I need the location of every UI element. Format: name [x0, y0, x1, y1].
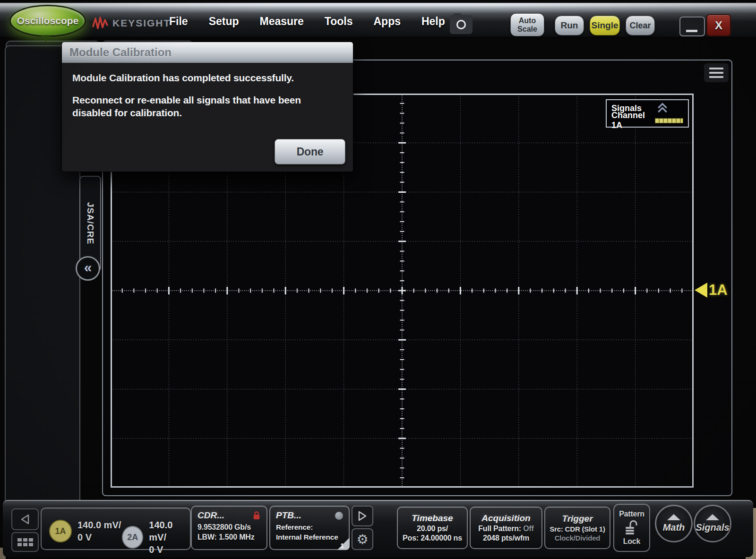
brand-name: KEYSIGHT	[112, 17, 171, 29]
oscilloscope-app-button[interactable]: Oscilloscope	[9, 5, 86, 37]
sidebar-collapse-button[interactable]: «	[76, 256, 100, 281]
single-button[interactable]: Single	[590, 16, 620, 35]
screenshot-camera-button[interactable]	[450, 15, 472, 34]
menu-file[interactable]: File	[169, 15, 188, 28]
signals-label: Signals	[696, 522, 729, 533]
status-bar: 1A 140.0 mV/ 0 V 2A 140.0 mV/ 0 V CDR...	[3, 500, 753, 557]
done-button[interactable]: Done	[275, 139, 345, 164]
grid-squares-icon	[17, 538, 33, 546]
channel-2a-scale: 140.0 mV/	[149, 519, 190, 543]
keysight-wave-icon	[92, 16, 109, 30]
menu-measure[interactable]: Measure	[260, 15, 304, 28]
settings-gear-button[interactable]: ⚙	[352, 528, 373, 550]
pattern-lock-top-label: Pattern	[619, 510, 644, 518]
auto-scale-button[interactable]: Auto Scale	[510, 13, 544, 36]
ptb-page-badge: 1	[337, 538, 350, 550]
menu-setup[interactable]: Setup	[209, 15, 239, 28]
pattern-lock-button[interactable]: Pattern Lock	[613, 504, 650, 552]
channel-1a-color-swatch	[655, 118, 683, 123]
timebase-scale: 20.00 ps/	[417, 525, 448, 533]
math-label: Math	[663, 522, 685, 533]
ptb-title: PTB...	[276, 510, 301, 521]
marker-label: 1A	[709, 282, 728, 299]
menu-apps[interactable]: Apps	[373, 15, 401, 28]
trigger-mode: Clock/Divided	[555, 534, 601, 542]
menu-bar: File Setup Measure Tools Apps Help	[169, 15, 445, 28]
minimize-icon	[686, 30, 697, 32]
panel-back-button[interactable]	[11, 508, 39, 530]
channel-2a-offset: 0 V	[149, 543, 190, 556]
trigger-panel[interactable]: Trigger Src: CDR (Slot 1) Clock/Divided	[544, 507, 610, 549]
channel-1a-chip[interactable]: 1A 140.0 mV/ 0 V	[49, 519, 121, 543]
signals-legend: Signals Channel 1A	[606, 99, 689, 128]
ptb-panel[interactable]: PTB... Reference: Internal Reference 1	[269, 506, 350, 550]
acquisition-pattern: Full Pattern: Off	[478, 525, 534, 533]
acquisition-points: 2048 pts/wfm	[483, 534, 529, 542]
hamburger-icon	[709, 68, 723, 69]
channel-1a-scale: 140.0 mV/	[77, 519, 121, 531]
left-triangle-icon	[20, 514, 30, 525]
ptb-status-led	[335, 512, 343, 520]
pattern-lock-bottom-label: Lock	[623, 537, 641, 546]
lock-closed-icon	[252, 511, 261, 520]
trigger-source: Src: CDR (Slot 1)	[550, 525, 605, 533]
menu-tools[interactable]: Tools	[325, 15, 353, 28]
lock-open-icon	[623, 519, 641, 536]
menu-help[interactable]: Help	[421, 15, 445, 28]
channels-panel: 1A 140.0 mV/ 0 V 2A 140.0 mV/ 0 V	[41, 507, 191, 550]
close-button[interactable]: X	[706, 14, 731, 36]
up-triangle-icon	[706, 514, 719, 520]
oscilloscope-screen: KEYSIGHT File Setup Measure Tools Apps H…	[0, 0, 756, 559]
legend-channel-label: Channel 1A	[611, 111, 655, 130]
acquisition-pattern-state: Off	[523, 525, 534, 533]
math-button[interactable]: Math	[655, 505, 693, 542]
dialog-message-1: Module Calibration has completed success…	[72, 72, 343, 84]
oscilloscope-dropdown-caret-icon	[40, 35, 52, 42]
channel-1a-badge: 1A	[49, 520, 72, 542]
play-icon	[358, 511, 367, 521]
channel-2a-badge: 2A	[122, 526, 143, 549]
dialog-body: Module Calibration has completed success…	[62, 63, 353, 171]
title-bar: KEYSIGHT File Setup Measure Tools Apps H…	[0, 3, 756, 37]
cdr-panel[interactable]: CDR... 9.9532800 Gb/s LBW: 1.500 MHz	[191, 506, 267, 550]
keysight-logo: KEYSIGHT	[92, 16, 171, 30]
acquisition-title: Acquisition	[481, 513, 530, 524]
ptb-reference-value: Internal Reference	[276, 533, 343, 542]
gear-icon: ⚙	[356, 532, 368, 547]
channel-1a-offset: 0 V	[77, 531, 121, 543]
timebase-title: Timebase	[412, 513, 453, 524]
panel-grid-button[interactable]	[11, 532, 39, 552]
dialog-title[interactable]: Module Calibration	[62, 42, 353, 63]
marker-triangle-icon	[695, 283, 707, 298]
minimize-button[interactable]	[679, 17, 705, 36]
module-calibration-dialog: Module Calibration Module Calibration ha…	[61, 42, 353, 172]
ptb-reference-label: Reference:	[276, 523, 343, 532]
display-menu-button[interactable]	[704, 63, 729, 82]
cdr-lbw: LBW: 1.500 MHz	[198, 533, 261, 542]
timebase-panel[interactable]: Timebase 20.00 ps/ Pos: 24.00000 ns	[397, 507, 468, 549]
ptb-expand-button[interactable]	[352, 506, 373, 526]
signals-button[interactable]: Signals	[694, 505, 731, 542]
run-button[interactable]: Run	[555, 16, 584, 35]
clear-button[interactable]: Clear	[626, 16, 655, 35]
channel-1a-ground-marker[interactable]: 1A	[695, 282, 728, 299]
camera-lens-icon	[456, 20, 466, 29]
cdr-title: CDR...	[198, 510, 224, 521]
dialog-message-2: Reconnect or re-enable all signals that …	[72, 94, 343, 120]
trigger-title: Trigger	[562, 514, 593, 524]
auto-scale-label-line2: Scale	[517, 25, 537, 34]
acquisition-panel[interactable]: Acquisition Full Pattern: Off 2048 pts/w…	[470, 507, 542, 549]
channel-2a-chip[interactable]: 2A 140.0 mV/ 0 V	[122, 519, 190, 556]
timebase-position: Pos: 24.00000 ns	[403, 534, 462, 542]
cdr-rate: 9.9532800 Gb/s	[198, 523, 261, 532]
up-triangle-icon	[667, 514, 680, 520]
auto-scale-label-line1: Auto	[519, 17, 536, 25]
